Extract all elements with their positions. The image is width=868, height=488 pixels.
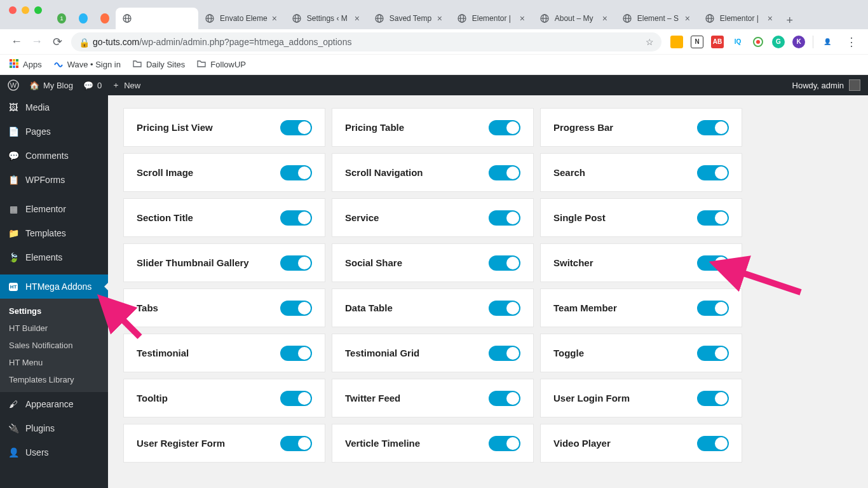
addon-label: Slider Thumbnail Gallery [137,257,249,268]
browser-tab[interactable]: Envato Eleme× [198,8,285,29]
sidebar-item-appearance[interactable]: 🖌Appearance [0,392,108,416]
addon-label: Verticle Timeline [345,438,420,449]
svg-rect-27 [13,59,15,62]
extension-icon[interactable]: K [792,36,805,48]
extension-icon[interactable]: IQ [731,36,744,48]
browser-tab[interactable]: Saved Temp× [368,8,451,29]
addon-toggle[interactable] [280,391,312,406]
addon-toggle[interactable] [697,301,729,316]
addon-toggle[interactable] [489,210,520,226]
site-name-link[interactable]: 🏠My Blog [29,81,73,90]
sidebar-item-plugins[interactable]: 🔌Plugins [0,416,108,440]
forward-button[interactable]: → [27,32,47,52]
close-icon[interactable]: × [435,14,444,23]
comments-link[interactable]: 💬0 [83,81,102,90]
addon-toggle[interactable] [280,436,312,451]
address-bar[interactable]: 🔒 go-tuts.com/wp-admin/admin.php?page=ht… [71,32,661,51]
close-icon[interactable]: × [600,14,609,23]
mac-max-dot[interactable] [34,6,42,14]
addon-card: Pricing List View [123,108,325,147]
browser-tab[interactable]: About – My × [533,8,616,29]
sidebar-item-users[interactable]: 👤Users [0,440,108,464]
addon-toggle[interactable] [489,301,520,316]
submenu-item[interactable]: Settings [0,302,108,320]
addon-toggle[interactable] [280,255,312,271]
addon-toggle[interactable] [697,210,729,226]
addon-card: Service [332,198,534,237]
addon-toggle[interactable] [489,165,520,180]
howdy-text[interactable]: Howdy, admin [792,81,844,90]
addon-toggle[interactable] [697,391,729,406]
close-icon[interactable]: × [683,14,692,23]
submenu-item[interactable]: Sales Notification [0,337,108,354]
submenu-item[interactable]: HT Builder [0,320,108,337]
addon-toggle[interactable] [489,120,520,135]
avatar[interactable] [849,79,860,91]
mac-min-dot[interactable] [22,6,29,14]
close-icon[interactable]: × [270,14,279,23]
tab-title: Envato Eleme [220,14,268,23]
tab-title: About – My [555,14,598,23]
browser-tab[interactable]: Element – S× [616,8,698,29]
addon-toggle[interactable] [697,165,729,180]
adblock-icon[interactable]: AB [711,36,724,48]
chrome-menu-icon[interactable]: ⋮ [841,32,862,52]
submenu-item[interactable]: Templates Library [0,371,108,388]
addon-toggle[interactable] [489,255,520,271]
addon-toggle[interactable] [489,436,520,451]
new-content-link[interactable]: ＋New [112,79,140,91]
favicon [79,13,88,24]
pinned-tab[interactable] [94,8,116,29]
sidebar-item-pages[interactable]: 📄Pages [0,119,108,144]
bookmark-item[interactable]: FollowUP [196,58,246,71]
sidebar-item-elements[interactable]: 🍃Elements [0,245,108,269]
close-icon[interactable]: × [766,14,775,23]
addon-toggle[interactable] [697,255,729,271]
sidebar-item-htmega-addons[interactable]: HTHTMega Addons [0,274,108,299]
extension-icon[interactable] [752,36,764,48]
browser-tab[interactable] [116,8,198,29]
reload-button[interactable]: ⟳ [47,32,67,52]
addon-toggle[interactable] [280,165,312,180]
bookmark-item[interactable]: Wave • Sign in [53,58,121,71]
mac-close-dot[interactable] [9,6,17,14]
submenu-item[interactable]: HT Menu [0,354,108,371]
extension-icon[interactable] [670,36,683,48]
profile-icon[interactable]: 👤 [821,36,834,48]
svg-rect-29 [10,62,12,65]
close-icon[interactable]: × [518,14,527,23]
user-icon: 👤 [8,447,19,458]
close-icon[interactable]: × [353,14,362,23]
addon-toggle[interactable] [697,436,729,451]
sidebar-item-templates[interactable]: 📁Templates [0,221,108,245]
sidebar-item-comments[interactable]: 💬Comments [0,144,108,168]
back-button[interactable]: ← [6,32,27,52]
addon-toggle[interactable] [489,391,520,406]
addon-toggle[interactable] [280,120,312,135]
pinned-tab[interactable] [72,8,94,29]
grammarly-icon[interactable]: G [772,36,785,48]
addon-toggle[interactable] [280,210,312,226]
pinned-tab[interactable]: 1 [51,8,72,29]
addon-label: Switcher [553,257,593,268]
new-tab-button[interactable]: + [781,11,799,29]
sidebar-item-wpforms[interactable]: 📋WPForms [0,168,108,192]
addon-toggle[interactable] [280,346,312,361]
tab-title: Element – S [637,14,681,23]
sidebar-item-media[interactable]: 🖼Media [0,95,108,119]
addon-toggle[interactable] [280,301,312,316]
favicon [622,13,632,24]
browser-tab[interactable]: Elementor | × [698,8,781,29]
bookmark-item[interactable]: Daily Sites [132,58,185,71]
browser-tab[interactable]: Settings ‹ M× [285,8,368,29]
star-icon[interactable]: ☆ [646,37,654,47]
sidebar-item-elementor[interactable]: ▦Elementor [0,197,108,221]
sidebar-item-label: Appearance [25,399,74,409]
addon-toggle[interactable] [489,346,520,361]
browser-tab[interactable]: Elementor | × [451,8,533,29]
bookmark-item[interactable]: Apps [9,58,42,71]
addon-toggle[interactable] [697,120,729,135]
addon-toggle[interactable] [697,346,729,361]
wp-logo[interactable]: W [8,79,19,91]
extension-icon[interactable]: N [691,36,703,48]
